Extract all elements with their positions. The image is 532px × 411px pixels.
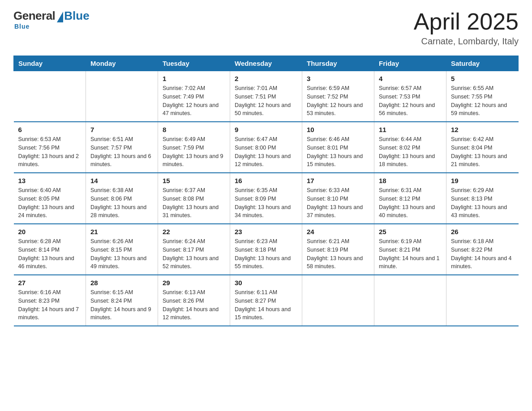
- calendar-cell: 29Sunrise: 6:13 AM Sunset: 8:26 PM Dayli…: [158, 275, 230, 326]
- day-number: 9: [235, 126, 297, 133]
- day-number: 10: [307, 126, 369, 133]
- day-number: 16: [235, 177, 297, 184]
- calendar-cell: 24Sunrise: 6:21 AM Sunset: 8:19 PM Dayli…: [302, 224, 374, 275]
- calendar-cell: 4Sunrise: 6:57 AM Sunset: 7:53 PM Daylig…: [374, 71, 446, 122]
- day-number: 30: [235, 279, 297, 287]
- day-number: 12: [451, 126, 514, 133]
- calendar-cell: 30Sunrise: 6:11 AM Sunset: 8:27 PM Dayli…: [230, 275, 302, 326]
- day-number: 11: [379, 126, 442, 133]
- calendar-header-sunday: Sunday: [14, 56, 86, 71]
- calendar-header-saturday: Saturday: [446, 56, 519, 71]
- month-title: April 2025: [414, 9, 519, 34]
- calendar-cell: 6Sunrise: 6:53 AM Sunset: 7:56 PM Daylig…: [14, 122, 86, 173]
- day-info: Sunrise: 6:40 AM Sunset: 8:05 PM Dayligh…: [18, 186, 82, 220]
- day-info: Sunrise: 6:24 AM Sunset: 8:17 PM Dayligh…: [163, 237, 225, 271]
- day-info: Sunrise: 6:51 AM Sunset: 7:57 PM Dayligh…: [90, 135, 153, 169]
- day-info: Sunrise: 6:55 AM Sunset: 7:55 PM Dayligh…: [451, 84, 514, 118]
- day-number: 13: [18, 177, 82, 184]
- day-number: 8: [163, 126, 225, 133]
- day-number: 26: [451, 228, 514, 235]
- calendar-header-friday: Friday: [374, 56, 446, 71]
- day-number: 15: [163, 177, 225, 184]
- calendar-cell: 8Sunrise: 6:49 AM Sunset: 7:59 PM Daylig…: [158, 122, 230, 173]
- day-number: 3: [307, 75, 369, 82]
- logo-general-text: General: [13, 9, 55, 23]
- calendar-cell: 26Sunrise: 6:18 AM Sunset: 8:22 PM Dayli…: [446, 224, 519, 275]
- day-info: Sunrise: 6:33 AM Sunset: 8:10 PM Dayligh…: [307, 186, 369, 220]
- calendar-cell: 19Sunrise: 6:29 AM Sunset: 8:13 PM Dayli…: [446, 173, 519, 224]
- calendar-cell: [86, 71, 158, 122]
- calendar-cell: 12Sunrise: 6:42 AM Sunset: 8:04 PM Dayli…: [446, 122, 519, 173]
- calendar-cell: 23Sunrise: 6:23 AM Sunset: 8:18 PM Dayli…: [230, 224, 302, 275]
- day-info: Sunrise: 6:29 AM Sunset: 8:13 PM Dayligh…: [451, 186, 514, 220]
- day-number: 5: [451, 75, 514, 82]
- day-info: Sunrise: 6:13 AM Sunset: 8:26 PM Dayligh…: [163, 288, 225, 322]
- calendar-cell: 21Sunrise: 6:26 AM Sunset: 8:15 PM Dayli…: [86, 224, 158, 275]
- logo: General Blue Blue: [13, 9, 90, 30]
- calendar-header-monday: Monday: [86, 56, 158, 71]
- calendar-cell: 7Sunrise: 6:51 AM Sunset: 7:57 PM Daylig…: [86, 122, 158, 173]
- day-info: Sunrise: 6:31 AM Sunset: 8:12 PM Dayligh…: [379, 186, 442, 220]
- calendar-header-thursday: Thursday: [302, 56, 374, 71]
- calendar-header-wednesday: Wednesday: [230, 56, 302, 71]
- calendar-cell: 2Sunrise: 7:01 AM Sunset: 7:51 PM Daylig…: [230, 71, 302, 122]
- calendar-cell: [374, 275, 446, 326]
- calendar-cell: 1Sunrise: 7:02 AM Sunset: 7:49 PM Daylig…: [158, 71, 230, 122]
- day-info: Sunrise: 6:21 AM Sunset: 8:19 PM Dayligh…: [307, 237, 369, 271]
- day-number: 1: [163, 75, 225, 82]
- calendar-cell: 5Sunrise: 6:55 AM Sunset: 7:55 PM Daylig…: [446, 71, 519, 122]
- day-info: Sunrise: 6:15 AM Sunset: 8:24 PM Dayligh…: [90, 288, 153, 322]
- day-number: 2: [235, 75, 297, 82]
- calendar-cell: 15Sunrise: 6:37 AM Sunset: 8:08 PM Dayli…: [158, 173, 230, 224]
- day-number: 17: [307, 177, 369, 184]
- day-info: Sunrise: 6:44 AM Sunset: 8:02 PM Dayligh…: [379, 135, 442, 169]
- day-number: 4: [379, 75, 442, 82]
- day-info: Sunrise: 6:19 AM Sunset: 8:21 PM Dayligh…: [379, 237, 442, 271]
- day-number: 19: [451, 177, 514, 184]
- calendar-cell: 27Sunrise: 6:16 AM Sunset: 8:23 PM Dayli…: [14, 275, 86, 326]
- day-info: Sunrise: 6:49 AM Sunset: 7:59 PM Dayligh…: [163, 135, 225, 169]
- calendar-cell: 14Sunrise: 6:38 AM Sunset: 8:06 PM Dayli…: [86, 173, 158, 224]
- calendar-cell: 9Sunrise: 6:47 AM Sunset: 8:00 PM Daylig…: [230, 122, 302, 173]
- calendar-header-row: SundayMondayTuesdayWednesdayThursdayFrid…: [14, 56, 519, 71]
- calendar-cell: 16Sunrise: 6:35 AM Sunset: 8:09 PM Dayli…: [230, 173, 302, 224]
- calendar-cell: 17Sunrise: 6:33 AM Sunset: 8:10 PM Dayli…: [302, 173, 374, 224]
- page-header: General Blue Blue April 2025 Carnate, Lo…: [13, 9, 519, 47]
- day-number: 25: [379, 228, 442, 235]
- logo-blue-text: Blue: [64, 9, 89, 23]
- calendar-cell: 13Sunrise: 6:40 AM Sunset: 8:05 PM Dayli…: [14, 173, 86, 224]
- calendar-cell: 11Sunrise: 6:44 AM Sunset: 8:02 PM Dayli…: [374, 122, 446, 173]
- day-number: 6: [18, 126, 82, 133]
- calendar-cell: [14, 71, 86, 122]
- day-info: Sunrise: 6:11 AM Sunset: 8:27 PM Dayligh…: [235, 288, 297, 322]
- calendar-cell: 25Sunrise: 6:19 AM Sunset: 8:21 PM Dayli…: [374, 224, 446, 275]
- day-info: Sunrise: 6:18 AM Sunset: 8:22 PM Dayligh…: [451, 237, 514, 271]
- day-number: 23: [235, 228, 297, 235]
- day-number: 29: [163, 279, 225, 287]
- day-info: Sunrise: 6:47 AM Sunset: 8:00 PM Dayligh…: [235, 135, 297, 169]
- calendar-week-row: 13Sunrise: 6:40 AM Sunset: 8:05 PM Dayli…: [14, 173, 519, 224]
- logo-triangle-icon: [57, 12, 63, 22]
- day-number: 24: [307, 228, 369, 235]
- day-info: Sunrise: 7:02 AM Sunset: 7:49 PM Dayligh…: [163, 84, 225, 118]
- calendar-cell: 22Sunrise: 6:24 AM Sunset: 8:17 PM Dayli…: [158, 224, 230, 275]
- day-number: 20: [18, 228, 82, 235]
- day-number: 22: [163, 228, 225, 235]
- calendar-week-row: 20Sunrise: 6:28 AM Sunset: 8:14 PM Dayli…: [14, 224, 519, 275]
- day-info: Sunrise: 6:53 AM Sunset: 7:56 PM Dayligh…: [18, 135, 82, 169]
- day-info: Sunrise: 6:38 AM Sunset: 8:06 PM Dayligh…: [90, 186, 153, 220]
- day-number: 14: [90, 177, 153, 184]
- calendar-table: SundayMondayTuesdayWednesdayThursdayFrid…: [13, 56, 519, 326]
- calendar-cell: 18Sunrise: 6:31 AM Sunset: 8:12 PM Dayli…: [374, 173, 446, 224]
- calendar-week-row: 1Sunrise: 7:02 AM Sunset: 7:49 PM Daylig…: [14, 71, 519, 122]
- day-info: Sunrise: 6:59 AM Sunset: 7:52 PM Dayligh…: [307, 84, 369, 118]
- title-block: April 2025 Carnate, Lombardy, Italy: [414, 9, 519, 47]
- day-info: Sunrise: 6:42 AM Sunset: 8:04 PM Dayligh…: [451, 135, 514, 169]
- day-number: 21: [90, 228, 153, 235]
- calendar-cell: [446, 275, 519, 326]
- calendar-week-row: 27Sunrise: 6:16 AM Sunset: 8:23 PM Dayli…: [14, 275, 519, 326]
- day-number: 27: [18, 279, 82, 287]
- calendar-cell: 28Sunrise: 6:15 AM Sunset: 8:24 PM Dayli…: [86, 275, 158, 326]
- day-info: Sunrise: 6:57 AM Sunset: 7:53 PM Dayligh…: [379, 84, 442, 118]
- logo-underline-text: Blue: [14, 23, 30, 30]
